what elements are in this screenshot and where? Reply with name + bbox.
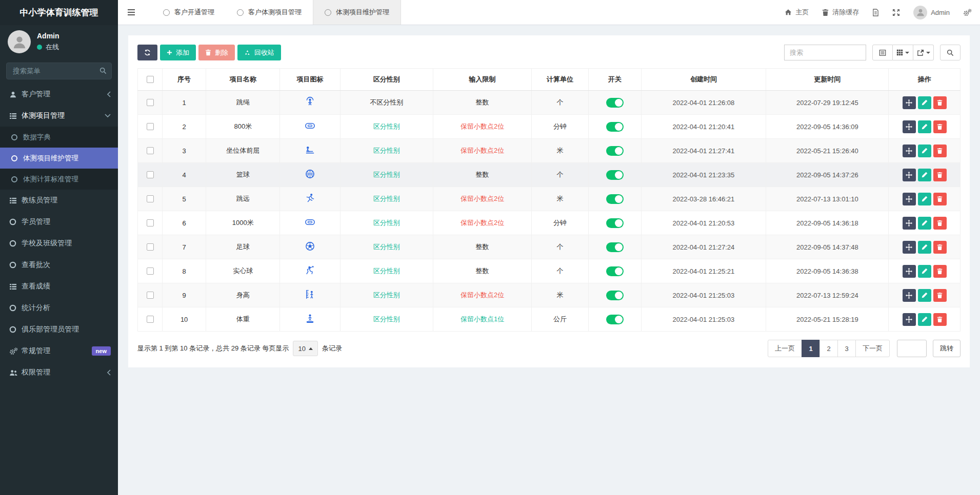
row-checkbox[interactable] [147,316,154,323]
switch-toggle-on[interactable] [606,194,624,204]
switch-toggle-on[interactable] [606,170,624,180]
page-jump-input[interactable] [897,340,927,357]
move-button[interactable] [903,217,916,230]
switch-toggle-on[interactable] [606,315,624,324]
sidebar-item-7[interactable]: 查看成绩 [0,276,118,297]
home-button[interactable]: 主页 [785,8,809,17]
docs-button[interactable] [872,9,879,16]
switch-toggle-on[interactable] [606,98,624,108]
created-time: 2022-04-01 21:25:21 [673,267,735,275]
delete-row-button[interactable] [933,145,947,157]
row-checkbox[interactable] [147,292,154,299]
detail-view-button[interactable] [872,45,893,60]
tab-1[interactable]: 客户开通管理 [152,0,226,25]
row-checkbox[interactable] [147,99,154,106]
columns-button[interactable] [893,45,913,60]
sidebar-item-4[interactable]: 学员管理 [0,211,118,233]
add-button[interactable]: 添加 [160,45,196,60]
prev-page-button[interactable]: 上一页 [768,340,802,357]
move-button[interactable] [903,289,916,302]
export-button[interactable] [913,45,934,60]
edit-button[interactable] [918,169,931,181]
sidebar-subitem-1[interactable]: 数据字典 [0,127,118,148]
row-checkbox[interactable] [147,171,154,178]
delete-row-button[interactable] [933,169,947,181]
tab-2[interactable]: 客户体测项目管理 [226,0,313,25]
delete-row-button[interactable] [933,313,947,326]
sidebar-item-2[interactable]: 体测项目管理 [0,105,118,127]
move-button[interactable] [903,241,916,254]
edit-button[interactable] [918,120,931,133]
row-actions [889,313,960,326]
switch-toggle-on[interactable] [606,242,624,252]
switch-toggle-on[interactable] [606,266,624,276]
settings-button[interactable] [963,9,972,16]
sidebar-subitem-2-active[interactable]: 体测项目维护管理 [0,148,118,169]
row-checkbox[interactable] [147,267,154,275]
sidebar-search-input[interactable] [6,63,112,79]
row-checkbox[interactable] [147,147,154,154]
sidebar-item-6[interactable]: 查看批次 [0,254,118,276]
edit-button[interactable] [918,193,931,205]
edit-button[interactable] [918,96,931,109]
move-button[interactable] [903,145,916,157]
tab-3-active[interactable]: 体测项目维护管理 [313,0,401,25]
delete-row-button[interactable] [933,96,947,109]
sidebar-item-9[interactable]: 俱乐部管理员管理 [0,319,118,340]
sidebar-item-5[interactable]: 学校及班级管理 [0,233,118,254]
search-icon[interactable] [99,67,107,74]
sidebar-item-1[interactable]: 客户管理 [0,84,118,105]
switch-toggle-on[interactable] [606,218,624,228]
select-all-checkbox[interactable] [147,76,154,83]
delete-row-button[interactable] [933,265,947,278]
fullscreen-button[interactable] [892,9,900,16]
hamburger-icon[interactable] [118,0,145,25]
move-button[interactable] [903,193,916,205]
delete-row-button[interactable] [933,289,947,302]
page-jump-button[interactable]: 跳转 [933,340,961,357]
next-page-button[interactable]: 下一页 [855,340,890,357]
switch-toggle-on[interactable] [606,146,624,156]
sidebar-item-3[interactable]: 教练员管理 [0,190,118,211]
delete-button[interactable]: 删除 [198,45,235,60]
sidebar-item-8[interactable]: 统计分析 [0,297,118,319]
page-button-2[interactable]: 2 [819,340,838,357]
edit-button[interactable] [918,217,931,230]
sidebar-item-10[interactable]: 常规管理new [0,340,118,362]
delete-row-button[interactable] [933,120,947,133]
page-button-3[interactable]: 3 [837,340,856,357]
clear-cache-button[interactable]: 清除缓存 [822,8,859,17]
circle-icon [9,240,22,247]
table-search-input[interactable] [784,45,866,60]
edit-button[interactable] [918,241,931,254]
recycle-bin-button[interactable]: 回收站 [237,45,281,60]
delete-row-button[interactable] [933,193,947,205]
edit-button[interactable] [918,313,931,326]
move-button[interactable] [903,120,916,133]
row-checkbox[interactable] [147,243,154,251]
page-size-select[interactable]: 10 [293,341,317,356]
delete-row-button[interactable] [933,217,947,230]
sidebar-subitem-label: 体测项目维护管理 [23,154,78,163]
row-checkbox[interactable] [147,219,154,226]
move-button[interactable] [903,96,916,109]
search-button[interactable] [940,45,961,60]
move-button[interactable] [903,265,916,278]
switch-toggle-on[interactable] [606,291,624,300]
edit-button[interactable] [918,289,931,302]
trash-icon [822,9,829,16]
switch-toggle-on[interactable] [606,122,624,132]
edit-button[interactable] [918,265,931,278]
sidebar-subitem-3[interactable]: 体测计算标准管理 [0,169,118,190]
sidebar-item-11[interactable]: 权限管理 [0,362,118,383]
input-limit: 整数 [476,243,489,251]
row-checkbox[interactable] [147,123,154,130]
edit-button[interactable] [918,145,931,157]
page-button-1[interactable]: 1 [802,340,820,357]
user-menu[interactable]: Admin [913,6,950,19]
refresh-button[interactable] [137,45,157,60]
row-checkbox[interactable] [147,195,154,202]
move-button[interactable] [903,313,916,326]
delete-row-button[interactable] [933,241,947,254]
move-button[interactable] [903,169,916,181]
